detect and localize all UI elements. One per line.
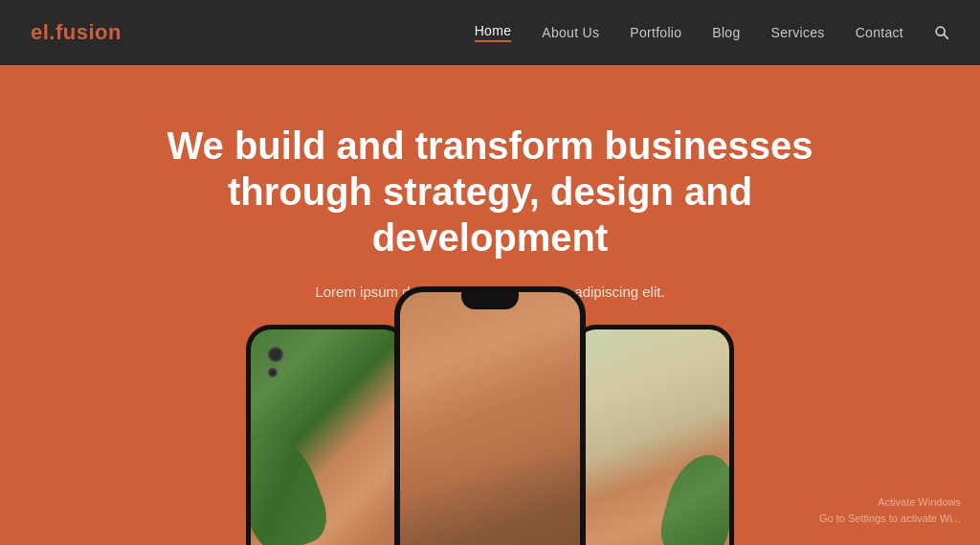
svg-line-1 bbox=[944, 34, 947, 38]
phone-left bbox=[246, 325, 409, 545]
phone-right-screen bbox=[576, 329, 729, 545]
camera-lens-1 bbox=[268, 347, 283, 362]
nav-home[interactable]: Home bbox=[475, 23, 512, 42]
phone-right bbox=[571, 325, 734, 545]
logo-brand: .fusion bbox=[49, 20, 122, 44]
nav-services[interactable]: Services bbox=[771, 25, 825, 40]
phone-center bbox=[394, 286, 586, 545]
search-button[interactable] bbox=[934, 25, 949, 40]
camera-lens-2 bbox=[268, 368, 278, 377]
nav-portfolio[interactable]: Portfolio bbox=[630, 25, 681, 40]
watermark-line2: Go to Settings to activate Wi... bbox=[819, 511, 961, 527]
nav-about[interactable]: About Us bbox=[542, 25, 599, 40]
phone-center-screen bbox=[400, 292, 580, 545]
header: el.fusion Home About Us Portfolio Blog S… bbox=[0, 0, 980, 65]
hero-section: We build and transform businesses throug… bbox=[0, 65, 980, 545]
activate-windows-watermark: Activate Windows Go to Settings to activ… bbox=[819, 494, 961, 526]
phones-illustration bbox=[155, 267, 825, 545]
nav-blog[interactable]: Blog bbox=[712, 25, 740, 40]
search-icon bbox=[934, 25, 949, 40]
logo-prefix: el bbox=[31, 20, 49, 44]
main-nav: Home About Us Portfolio Blog Services Co… bbox=[475, 23, 949, 42]
hero-title: We build and transform businesses throug… bbox=[117, 123, 863, 261]
logo: el.fusion bbox=[31, 20, 122, 45]
phone-notch bbox=[461, 292, 519, 309]
camera-module bbox=[268, 347, 283, 377]
nav-contact[interactable]: Contact bbox=[856, 25, 903, 40]
watermark-line1: Activate Windows bbox=[819, 494, 961, 511]
